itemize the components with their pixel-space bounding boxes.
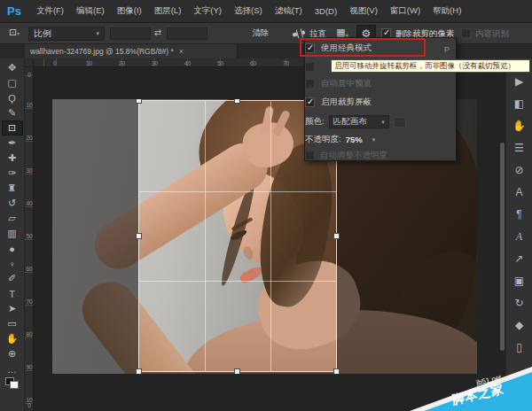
ruler-tick: 20 <box>119 60 125 66</box>
tool-eraser[interactable]: ▱ <box>2 211 23 226</box>
ruler-tick: 0 <box>53 60 57 66</box>
document-tab[interactable]: wallhaven-324769.jpg @ 15.8%(RGB/8#) * × <box>25 44 238 58</box>
tool-eyedropper[interactable]: ✒ <box>2 136 23 151</box>
menu-filter[interactable]: 滤镜(T) <box>269 5 309 17</box>
ruler-tick: 10 <box>86 60 92 66</box>
clear-button[interactable]: 清除 <box>245 27 277 39</box>
library-panel-icon[interactable]: ▣ <box>514 275 524 286</box>
tool-clone-stamp[interactable]: ♜ <box>2 181 23 196</box>
menu-window[interactable]: 窗口(W) <box>384 5 426 17</box>
crop-preset-button[interactable]: ⊡▾ <box>4 27 25 41</box>
tool-crop[interactable]: ⊡ <box>2 120 23 136</box>
ps-logo: Ps <box>7 4 21 18</box>
crop-handle-bottom-left[interactable] <box>136 368 142 374</box>
healing-brush-icon: ✚ <box>8 152 16 164</box>
ratio-width-input[interactable] <box>110 27 151 40</box>
swap-values-icon[interactable]: ⇄ <box>151 27 165 37</box>
menu-view[interactable]: 视图(V) <box>343 5 384 17</box>
red-highlight-box <box>300 38 426 57</box>
tool-healing-brush[interactable]: ✚ <box>2 151 23 166</box>
enable-shield-checkbox[interactable] <box>305 97 315 107</box>
enable-shield-row[interactable]: 启用裁剪屏蔽 <box>305 97 372 108</box>
type-icon: T <box>9 289 15 299</box>
shield-color-dropdown[interactable]: 匹配画布 ▾ <box>329 115 389 128</box>
clone-source-icon[interactable]: ⊘ <box>514 165 523 175</box>
adjustments-icon[interactable]: ◧ <box>514 98 524 109</box>
tool-type[interactable]: T <box>2 286 23 301</box>
crop-handle-top-left[interactable] <box>136 99 142 104</box>
shield-opacity-row: 不透明度: 75% ▾ <box>305 134 375 145</box>
classic-mode-shortcut: P <box>444 45 450 54</box>
tools-panel: ✥ ▢ Ϙ ✎ ⊡ ✒ ✚ ✑ ♜ ↺ ▱ ▥ ● ♀ ✐ T ➤ ▭ ✋ ⊕ … <box>0 58 25 411</box>
ruler-tick: 100 <box>25 398 34 408</box>
tool-marquee[interactable]: ▢ <box>2 75 23 90</box>
libraries-hand-icon[interactable]: ✋ <box>512 120 526 131</box>
tool-more[interactable]: … <box>2 361 23 376</box>
tool-zoom[interactable]: ⊕ <box>2 346 23 361</box>
ellipsis-icon: … <box>7 364 17 375</box>
color-swatches[interactable] <box>5 377 20 390</box>
paragraph-panel-icon[interactable]: ¶ <box>516 209 521 220</box>
ratio-dropdown[interactable]: 比例▾ <box>28 27 105 41</box>
3d-panel-icon[interactable]: ◆ <box>515 320 523 330</box>
menu-file[interactable]: 文件(F) <box>30 5 70 17</box>
tool-blur[interactable]: ● <box>2 241 23 256</box>
shield-color-swatch <box>394 117 406 128</box>
menu-type[interactable]: 文字(Y) <box>187 5 228 17</box>
path-select-icon: ➤ <box>8 303 16 314</box>
auto-adjust-row: 自动调整不透明度 <box>305 150 387 161</box>
menu-layer[interactable]: 图层(L) <box>148 5 188 17</box>
share-icon[interactable]: ↗ <box>514 253 523 264</box>
shield-color-value: 匹配画布 <box>333 116 367 128</box>
opacity-value-dropdown[interactable]: 75% <box>346 135 363 144</box>
device-preview-icon[interactable]: ▯ <box>516 342 522 353</box>
tooltip: 启用可移动并旋转裁剪框，而非图像（没有裁切预览） <box>331 59 530 73</box>
menu-select[interactable]: 选择(S) <box>228 5 269 17</box>
close-tab-icon[interactable]: × <box>179 47 184 56</box>
crop-handle-middle-left[interactable] <box>136 233 142 239</box>
auto-center-checkbox <box>305 79 315 89</box>
crop-handle-bottom-right[interactable] <box>333 368 340 374</box>
tool-path-select[interactable]: ➤ <box>2 301 23 316</box>
document-title: wallhaven-324769.jpg @ 15.8%(RGB/8#) * <box>30 47 174 56</box>
hidden-option-checkbox <box>305 62 315 72</box>
tool-lasso[interactable]: Ϙ <box>2 90 23 105</box>
tool-history-brush[interactable]: ↺ <box>2 196 23 211</box>
tool-brush[interactable]: ✑ <box>2 166 23 181</box>
tool-hand[interactable]: ✋ <box>2 331 23 346</box>
tool-quick-select[interactable]: ✎ <box>2 105 23 120</box>
crop-handle-top-center[interactable] <box>234 99 240 104</box>
crop-icon: ⊡ <box>9 27 17 37</box>
glyphs-panel-icon[interactable]: A <box>516 231 522 242</box>
background-color-swatch[interactable] <box>10 381 19 389</box>
brush-icon: ✑ <box>8 167 16 179</box>
character-panel-icon[interactable]: A <box>515 187 522 198</box>
ratio-height-input[interactable] <box>167 27 207 40</box>
straighten-icon[interactable] <box>293 30 306 36</box>
grid-overlay-icon: ▦ <box>336 27 345 37</box>
sync-icon[interactable]: ↻ <box>514 298 523 308</box>
tool-pen[interactable]: ✐ <box>2 271 23 286</box>
tool-dodge[interactable]: ♀ <box>2 256 23 271</box>
vertical-ruler: 0 10 20 30 40 50 60 70 80 90 100 <box>25 67 34 411</box>
menu-3d[interactable]: 3D(D) <box>309 6 343 16</box>
ruler-tick: 40 <box>184 60 191 66</box>
vertical-scrollbar[interactable] <box>500 143 505 351</box>
crop-handle-middle-right[interactable] <box>333 233 340 239</box>
menu-image[interactable]: 图像(I) <box>111 5 148 17</box>
lasso-icon: Ϙ <box>8 93 16 104</box>
opacity-label: 不透明度: <box>305 134 341 145</box>
actions-icon[interactable]: ▶ <box>515 76 523 87</box>
eyedropper-icon: ✒ <box>8 137 16 149</box>
menu-help[interactable]: 帮助(H) <box>426 5 467 17</box>
chevron-down-icon: ▾ <box>372 136 376 143</box>
tool-move[interactable]: ✥ <box>2 60 23 75</box>
properties-icon[interactable]: ☰ <box>514 143 524 153</box>
crop-gridline <box>270 101 271 371</box>
tool-shape[interactable]: ▭ <box>2 316 23 331</box>
dodge-icon: ♀ <box>8 259 15 269</box>
menu-edit[interactable]: 编辑(E) <box>70 5 111 17</box>
tool-gradient[interactable]: ▥ <box>2 226 23 241</box>
crop-handle-bottom-center[interactable] <box>234 368 240 374</box>
ruler-tick: 50 <box>25 234 34 239</box>
